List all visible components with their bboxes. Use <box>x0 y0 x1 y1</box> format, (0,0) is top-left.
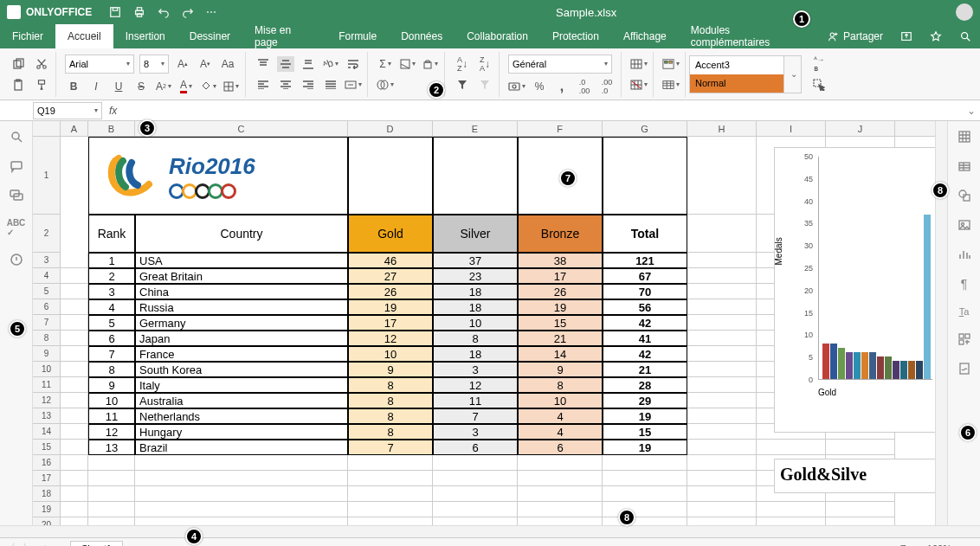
menu-affichage[interactable]: Affichage <box>611 24 679 48</box>
conditional-format-icon[interactable]: ▾ <box>662 56 680 72</box>
comments-icon[interactable] <box>10 159 23 173</box>
decrease-decimal-icon[interactable]: .0.00 <box>576 79 593 94</box>
align-middle-icon[interactable] <box>277 56 294 72</box>
row-12[interactable]: 12 <box>33 393 60 408</box>
row-10[interactable]: 10 <box>33 362 60 377</box>
col-C[interactable]: C <box>135 121 348 136</box>
row-8[interactable]: 8 <box>33 331 60 346</box>
cut-icon[interactable] <box>33 56 50 72</box>
row-20[interactable]: 20 <box>33 517 60 525</box>
menu-insertion[interactable]: Insertion <box>113 24 177 48</box>
more-icon[interactable]: ⋯ <box>206 6 216 18</box>
row-4[interactable]: 4 <box>33 268 60 284</box>
fill-color-icon[interactable]: ▾ <box>200 79 217 94</box>
col-A[interactable]: A <box>61 121 88 136</box>
col-D[interactable]: D <box>348 121 433 136</box>
undo-icon[interactable] <box>158 6 170 18</box>
sheet-tab[interactable]: Sheet1 <box>70 541 123 546</box>
col-F[interactable]: F <box>518 121 603 136</box>
filter-icon[interactable] <box>454 77 471 93</box>
row-1[interactable]: 1 <box>33 137 60 215</box>
col-H[interactable]: H <box>687 121 757 136</box>
menu-fichier[interactable]: Fichier <box>0 24 55 48</box>
row-3[interactable]: 3 <box>33 253 60 268</box>
fx-icon[interactable]: fx <box>102 105 124 117</box>
subscript-icon[interactable]: A2▾ <box>155 79 172 94</box>
chart-title-2[interactable]: Gold&Silve <box>774 459 935 493</box>
sheet-next-icon[interactable]: 〉 <box>23 541 33 546</box>
font-color-icon[interactable]: A▾ <box>177 79 195 94</box>
menu-protection[interactable]: Protection <box>540 24 611 48</box>
col-E[interactable]: E <box>433 121 518 136</box>
formula-input[interactable] <box>124 102 963 119</box>
menu-modules complémentaires[interactable]: Modules complémentaires <box>679 24 819 48</box>
strike-button[interactable]: S <box>132 79 150 94</box>
row-9[interactable]: 9 <box>33 346 60 362</box>
menu-données[interactable]: Données <box>389 24 455 48</box>
clear-filter-icon[interactable] <box>476 77 493 93</box>
row-7[interactable]: 7 <box>33 315 60 331</box>
replace-icon[interactable]: ᴬ→ʙ <box>810 56 828 72</box>
print-icon[interactable] <box>133 6 145 18</box>
col-G[interactable]: G <box>603 121 687 136</box>
user-avatar[interactable] <box>956 3 973 21</box>
find-icon[interactable] <box>10 130 23 144</box>
sort-desc-icon[interactable]: ZA↓ <box>476 56 493 72</box>
select-icon[interactable] <box>810 77 828 93</box>
copy-icon[interactable] <box>10 56 28 72</box>
row-11[interactable]: 11 <box>33 377 60 393</box>
favorite-icon[interactable] <box>921 24 951 48</box>
cell-settings-icon[interactable] <box>957 130 971 144</box>
row-6[interactable]: 6 <box>33 299 60 315</box>
share-button[interactable]: Partager <box>819 24 892 48</box>
underline-button[interactable]: U <box>110 79 127 94</box>
named-range-icon[interactable]: ▾ <box>377 77 394 93</box>
align-right-icon[interactable] <box>300 77 317 93</box>
row-14[interactable]: 14 <box>33 424 60 440</box>
row-5[interactable]: 5 <box>33 284 60 299</box>
align-bottom-icon[interactable] <box>300 56 317 72</box>
chart-settings-icon[interactable] <box>957 247 971 261</box>
sheet-area[interactable]: ABCDEFGHIJ 12345678910111213141516171819… <box>33 121 935 525</box>
zoom-in-icon[interactable]: ＋ <box>960 542 970 546</box>
sheet-list-icon[interactable]: ≡ <box>57 543 63 547</box>
row-19[interactable]: 19 <box>33 502 60 517</box>
menu-mise en page[interactable]: Mise en page <box>242 24 326 48</box>
menu-dessiner[interactable]: Dessiner <box>177 24 242 48</box>
col-J[interactable]: J <box>826 121 895 136</box>
horizontal-scrollbar[interactable] <box>0 525 980 537</box>
autosum-icon[interactable]: Σ▾ <box>377 56 394 72</box>
format-table-icon[interactable]: ▾ <box>662 77 680 93</box>
sort-asc-icon[interactable]: AZ↓ <box>454 56 471 72</box>
row-15[interactable]: 15 <box>33 440 60 455</box>
wrap-text-icon[interactable] <box>345 56 362 72</box>
menu-collaboration[interactable]: Collaboration <box>455 24 540 48</box>
row-16[interactable]: 16 <box>33 455 60 471</box>
row-13[interactable]: 13 <box>33 408 60 424</box>
spellcheck-icon[interactable]: ABC✓ <box>7 218 26 237</box>
menu-formule[interactable]: Formule <box>326 24 389 48</box>
delete-cells-icon[interactable]: ▾ <box>630 77 648 93</box>
chart-medals[interactable]: Medals 05101520253035404550 Gold <box>774 147 935 433</box>
align-justify-icon[interactable] <box>322 77 339 93</box>
align-top-icon[interactable] <box>255 56 272 72</box>
merge-icon[interactable]: ▾ <box>345 77 362 93</box>
font-select[interactable]: Arial▾ <box>65 55 134 74</box>
change-case-icon[interactable]: Aa <box>219 56 236 72</box>
number-format-select[interactable]: Général▾ <box>508 55 612 74</box>
shape-settings-icon[interactable] <box>957 189 971 202</box>
fontsize-select[interactable]: 8▾ <box>139 55 169 74</box>
format-painter-icon[interactable] <box>33 77 50 93</box>
signature-settings-icon[interactable] <box>957 362 971 376</box>
borders-icon[interactable]: ▾ <box>222 79 240 94</box>
increase-font-icon[interactable]: A▴ <box>174 56 191 72</box>
paragraph-settings-icon[interactable]: ¶ <box>961 277 968 291</box>
row-18[interactable]: 18 <box>33 486 60 502</box>
comma-icon[interactable]: , <box>553 79 571 94</box>
save-icon[interactable] <box>109 6 121 18</box>
col-I[interactable]: I <box>757 121 826 136</box>
feedback-icon[interactable] <box>10 253 23 267</box>
search-icon[interactable] <box>951 24 980 48</box>
currency-icon[interactable]: ▾ <box>508 79 525 94</box>
paste-icon[interactable] <box>10 77 28 93</box>
